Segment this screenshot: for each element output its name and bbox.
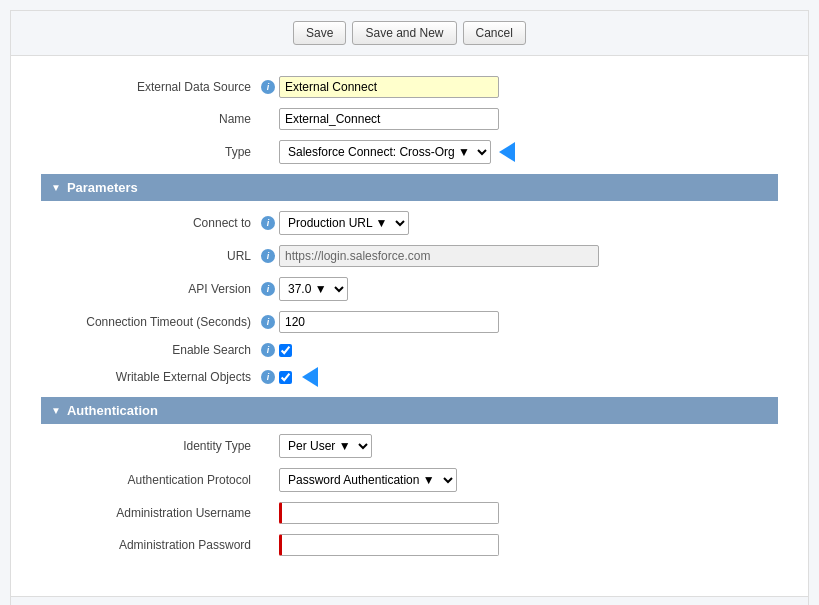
enable-search-info-icon: i bbox=[261, 343, 275, 357]
auth-protocol-row: Authentication Protocol i Password Authe… bbox=[41, 468, 778, 492]
admin-username-label: Administration Username bbox=[41, 506, 261, 520]
connect-to-info-icon: i bbox=[261, 216, 275, 230]
auth-protocol-select[interactable]: Password Authentication ▼ bbox=[279, 468, 457, 492]
enable-search-label: Enable Search bbox=[41, 343, 261, 357]
connection-timeout-info-icon: i bbox=[261, 315, 275, 329]
connect-to-row: Connect to i Production URL ▼ bbox=[41, 211, 778, 235]
writable-external-objects-checkbox[interactable] bbox=[279, 371, 292, 384]
writable-external-objects-label: Writable External Objects bbox=[41, 370, 261, 384]
identity-type-label: Identity Type bbox=[41, 439, 261, 453]
external-data-source-label: External Data Source bbox=[41, 80, 261, 94]
identity-type-select[interactable]: Per User ▼ bbox=[279, 434, 372, 458]
cancel-button-top[interactable]: Cancel bbox=[463, 21, 526, 45]
connection-timeout-label: Connection Timeout (Seconds) bbox=[41, 315, 261, 329]
admin-password-label: Administration Password bbox=[41, 538, 261, 552]
writable-external-objects-info-icon: i bbox=[261, 370, 275, 384]
type-row: Type i Salesforce Connect: Cross-Org ▼ bbox=[41, 140, 778, 164]
url-label: URL bbox=[41, 249, 261, 263]
connection-timeout-input[interactable] bbox=[279, 311, 499, 333]
type-label: Type bbox=[41, 145, 261, 159]
url-input[interactable] bbox=[279, 245, 599, 267]
admin-password-input[interactable] bbox=[279, 534, 499, 556]
writable-arrow-indicator bbox=[302, 367, 318, 387]
enable-search-checkbox-wrap bbox=[279, 344, 292, 357]
parameters-section-header[interactable]: ▼ Parameters bbox=[41, 174, 778, 201]
parameters-triangle-icon: ▼ bbox=[51, 182, 61, 193]
external-data-source-info-icon: i bbox=[261, 80, 275, 94]
admin-username-input[interactable] bbox=[279, 502, 499, 524]
name-row: Name i bbox=[41, 108, 778, 130]
type-select[interactable]: Salesforce Connect: Cross-Org ▼ bbox=[279, 140, 491, 164]
authentication-triangle-icon: ▼ bbox=[51, 405, 61, 416]
type-arrow-indicator bbox=[499, 142, 515, 162]
url-info-icon: i bbox=[261, 249, 275, 263]
authentication-section-header[interactable]: ▼ Authentication bbox=[41, 397, 778, 424]
save-and-new-button-top[interactable]: Save and New bbox=[352, 21, 456, 45]
api-version-label: API Version bbox=[41, 282, 261, 296]
page-wrapper: Save Save and New Cancel External Data S… bbox=[10, 10, 809, 605]
auth-protocol-label: Authentication Protocol bbox=[41, 473, 261, 487]
enable-search-row: Enable Search i bbox=[41, 343, 778, 357]
writable-external-objects-row: Writable External Objects i bbox=[41, 367, 778, 387]
name-label: Name bbox=[41, 112, 261, 126]
enable-search-checkbox[interactable] bbox=[279, 344, 292, 357]
identity-type-row: Identity Type i Per User ▼ bbox=[41, 434, 778, 458]
external-data-source-row: External Data Source i bbox=[41, 76, 778, 98]
admin-username-row: Administration Username i bbox=[41, 502, 778, 524]
parameters-title: Parameters bbox=[67, 180, 138, 195]
connect-to-label: Connect to bbox=[41, 216, 261, 230]
admin-password-row: Administration Password i bbox=[41, 534, 778, 556]
connection-timeout-row: Connection Timeout (Seconds) i bbox=[41, 311, 778, 333]
save-button-top[interactable]: Save bbox=[293, 21, 346, 45]
top-toolbar: Save Save and New Cancel bbox=[11, 11, 808, 56]
api-version-row: API Version i 37.0 ▼ bbox=[41, 277, 778, 301]
url-row: URL i bbox=[41, 245, 778, 267]
external-data-source-input[interactable] bbox=[279, 76, 499, 98]
api-version-select[interactable]: 37.0 ▼ bbox=[279, 277, 348, 301]
api-version-info-icon: i bbox=[261, 282, 275, 296]
name-input[interactable] bbox=[279, 108, 499, 130]
writable-external-objects-checkbox-wrap bbox=[279, 367, 318, 387]
form-body: External Data Source i Name i Type i Sal… bbox=[11, 56, 808, 586]
connect-to-select[interactable]: Production URL ▼ bbox=[279, 211, 409, 235]
bottom-toolbar: Save Save and New Cancel bbox=[11, 596, 808, 605]
authentication-title: Authentication bbox=[67, 403, 158, 418]
